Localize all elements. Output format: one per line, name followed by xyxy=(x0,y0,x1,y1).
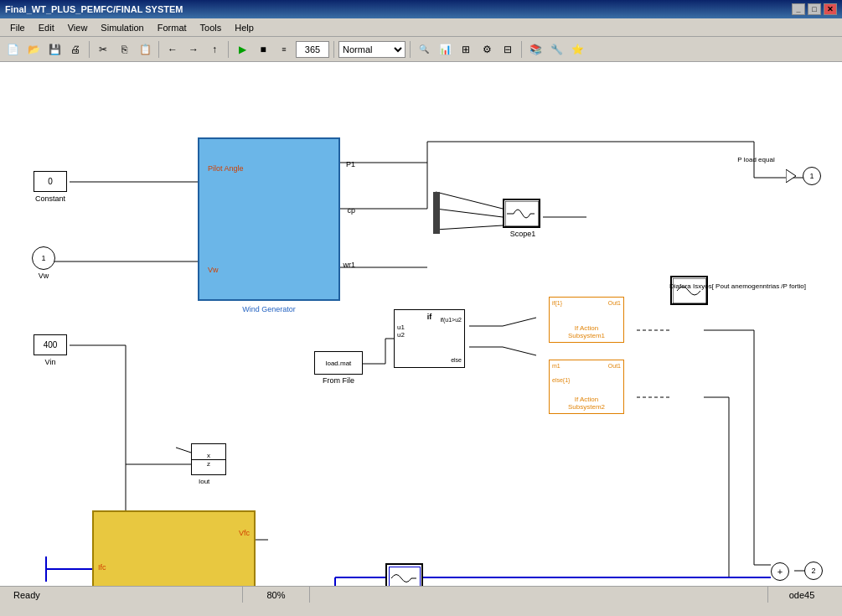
dafora-label: Diafora Isxyos[ Pout anemogenntrias /P f… xyxy=(669,282,807,291)
maximize-button[interactable]: □ xyxy=(808,3,821,15)
sim-mode-select[interactable]: Normal Accelerator xyxy=(338,41,406,58)
sum-block[interactable]: + xyxy=(771,562,789,581)
status-middle xyxy=(310,587,768,603)
cut-button[interactable]: ✂ xyxy=(94,40,112,59)
vin-value: 400 xyxy=(44,340,58,349)
vin-label: Vin xyxy=(32,358,69,366)
rtw-button[interactable]: ⭐ xyxy=(568,40,586,59)
status-bar: Ready 80% ode45 xyxy=(0,586,842,603)
minimize-button[interactable]: _ xyxy=(792,3,805,15)
copy-button[interactable]: ⎘ xyxy=(115,40,133,59)
canvas[interactable]: 0 Constant 1 Vw 400 Vin Pilot Angle Vw P… xyxy=(0,62,842,586)
action1-out-port: Out1 xyxy=(608,300,621,306)
wind-generator-block[interactable]: Pilot Angle Vw P1 cp wr1 xyxy=(198,137,340,301)
p-load-equal-num: 1 xyxy=(803,167,821,185)
menu-edit[interactable]: Edit xyxy=(32,21,61,34)
wg-wr1-port: wr1 xyxy=(343,261,355,269)
if-port-u1: u1 xyxy=(397,324,462,331)
window-title: Final_WT_PLUS_PEMFC/FINAL SYSTEM xyxy=(5,4,183,14)
title-bar: Final_WT_PLUS_PEMFC/FINAL SYSTEM _ □ ✕ xyxy=(0,0,842,18)
scope1-label: Scope1 xyxy=(503,230,543,238)
if-action-subsystem1[interactable]: if{1} Out1 If ActionSubsystem1 xyxy=(549,297,624,343)
pemfc-vfc-port: Vfc xyxy=(239,529,250,537)
status-ready: Ready xyxy=(7,587,243,603)
action2-out-port: Out1 xyxy=(608,363,621,369)
if-out1: if(u1>u2 xyxy=(441,317,462,323)
menu-tools[interactable]: Tools xyxy=(194,21,229,34)
stop-button[interactable]: ■ xyxy=(254,40,272,59)
open-button[interactable]: 📂 xyxy=(24,40,43,59)
menu-file[interactable]: File xyxy=(3,21,32,34)
vw-label: Vw xyxy=(30,272,57,280)
svg-line-6 xyxy=(436,192,503,209)
wg-cp-port: cp xyxy=(347,206,355,215)
from-file-block[interactable]: load.mat xyxy=(314,351,363,375)
solver-text: ode45 xyxy=(789,590,815,600)
constant-0-value: 0 xyxy=(48,177,53,186)
constant-0-label: Constant xyxy=(32,194,69,203)
grid-button[interactable]: ⊟ xyxy=(498,40,517,59)
sep5 xyxy=(410,41,411,58)
wind-generator-label: Wind Generator xyxy=(198,305,340,313)
menu-help[interactable]: Help xyxy=(228,21,261,34)
iout-sub-label: Iout xyxy=(199,478,209,485)
p-load-min-num: 2 xyxy=(804,562,823,580)
vin-block[interactable]: 400 xyxy=(34,334,67,355)
p-load-equal-label: P load equal xyxy=(716,156,796,163)
pause-button[interactable]: ≡ xyxy=(275,40,293,59)
svg-marker-48 xyxy=(786,169,796,183)
config-button[interactable]: ⚙ xyxy=(478,40,496,59)
svg-line-8 xyxy=(436,225,503,230)
zoom-out-button[interactable]: 📊 xyxy=(436,40,454,59)
action2-label: If ActionSubsystem2 xyxy=(550,396,623,411)
sep1 xyxy=(89,41,90,58)
constant-0-block[interactable]: 0 xyxy=(34,171,67,192)
p-load-equal-output: 1 xyxy=(786,167,821,185)
undo-fwd-button[interactable]: → xyxy=(184,40,203,59)
fit-button[interactable]: ⊞ xyxy=(457,40,475,59)
undo-back-button[interactable]: ← xyxy=(163,40,182,59)
lib-button[interactable]: 📚 xyxy=(526,40,545,59)
menu-bar: File Edit View Simulation Format Tools H… xyxy=(0,18,842,37)
pemfc-block[interactable]: Ifc Vfc Pout xyxy=(92,510,256,586)
window-controls: _ □ ✕ xyxy=(792,3,837,15)
action2-in-port-m1: m1 xyxy=(552,363,560,369)
close-button[interactable]: ✕ xyxy=(824,3,837,15)
sim-time-input[interactable] xyxy=(296,41,329,58)
paste-button[interactable]: 📋 xyxy=(136,40,154,59)
svg-rect-9 xyxy=(433,192,440,234)
sep2 xyxy=(158,41,159,58)
if-out2: else xyxy=(451,357,462,363)
zoom-in-button[interactable]: 🔍 xyxy=(415,40,433,59)
from-file-label: From File xyxy=(314,376,363,385)
p-load-min-output: 2 xyxy=(794,562,823,580)
wg-p1-port: P1 xyxy=(346,160,355,168)
status-zoom: 80% xyxy=(243,587,310,603)
if-port-u2: u2 xyxy=(397,331,462,339)
toolbar: 📄 📂 💾 🖨 ✂ ⎘ 📋 ← → ↑ ▶ ■ ≡ Normal Acceler… xyxy=(0,37,842,62)
vw-value: 1 xyxy=(41,254,45,262)
menu-simulation[interactable]: Simulation xyxy=(94,21,150,34)
iout-block[interactable]: x z Iout xyxy=(191,443,226,475)
debug-button[interactable]: 🔧 xyxy=(547,40,566,59)
save-button[interactable]: 💾 xyxy=(45,40,64,59)
scope3-block[interactable] xyxy=(385,563,423,586)
iout-label: x xyxy=(207,452,210,459)
svg-line-21 xyxy=(503,347,536,355)
wg-pilot-angle: Pilot Angle xyxy=(208,164,244,173)
if-block[interactable]: if u1 u2 if(u1>u2 else xyxy=(394,309,465,368)
new-button[interactable]: 📄 xyxy=(3,40,22,59)
menu-format[interactable]: Format xyxy=(151,21,194,34)
wg-vw: Vw xyxy=(208,266,219,274)
status-solver: ode45 xyxy=(768,587,835,603)
scope1-block[interactable] xyxy=(503,199,540,228)
vw-block[interactable]: 1 xyxy=(32,246,55,270)
play-button[interactable]: ▶ xyxy=(233,40,251,59)
step-in-button[interactable]: ↑ xyxy=(205,40,224,59)
svg-line-7 xyxy=(436,209,503,217)
if-action-subsystem2[interactable]: m1 else{1} Out1 If ActionSubsystem2 xyxy=(549,360,624,414)
action1-in-port: if{1} xyxy=(552,300,562,306)
zoom-text: 80% xyxy=(266,590,285,600)
print-button[interactable]: 🖨 xyxy=(66,40,85,59)
menu-view[interactable]: View xyxy=(61,21,95,34)
